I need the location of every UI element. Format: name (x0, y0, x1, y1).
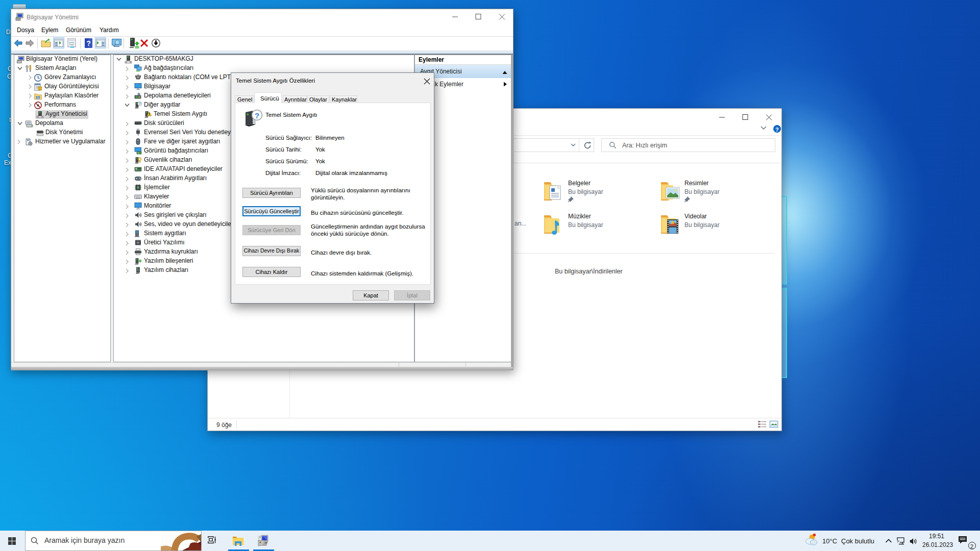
svg-text:?: ? (139, 102, 141, 106)
svg-text:?: ? (86, 39, 91, 47)
svg-text:?: ? (255, 111, 259, 120)
svg-text:!: ! (39, 87, 40, 90)
